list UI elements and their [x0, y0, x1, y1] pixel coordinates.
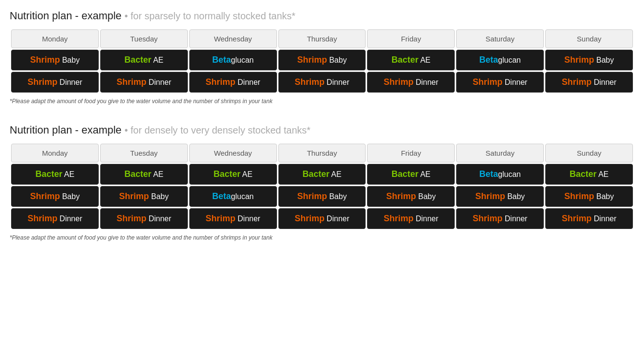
cell-sun-r1: Shrimp Baby [545, 50, 633, 70]
cell-thu-r2: Shrimp Dinner [278, 72, 366, 93]
plan1-subtitle: • for sparsely to normally stocked tanks… [124, 11, 295, 21]
cell-sun-r2: Shrimp Dinner [545, 72, 633, 93]
p2-cell-sat-r1: Betaglucan [456, 164, 544, 185]
plan2-title: Nutrition plan - example • for densely t… [10, 124, 634, 136]
plan1-section: Nutrition plan - example • for sparsely … [10, 10, 634, 105]
p2-cell-mon-r2: Shrimp Baby [11, 186, 99, 207]
p2-cell-thu-r2: Shrimp Baby [278, 186, 366, 207]
cell-mon-r2: Shrimp Dinner [11, 72, 99, 93]
plan2-row2: Shrimp Baby Shrimp Baby Betaglucan Shrim… [11, 186, 633, 207]
header-monday: Monday [11, 29, 99, 48]
p2-cell-tue-r2: Shrimp Baby [100, 186, 188, 207]
p2-cell-sat-r2: Shrimp Baby [456, 186, 544, 207]
p2-cell-wed-r3: Shrimp Dinner [189, 208, 277, 229]
plan2-section: Nutrition plan - example • for densely t… [10, 124, 634, 241]
header-friday: Friday [367, 29, 455, 48]
cell-mon-r1: Shrimp Baby [11, 50, 99, 70]
p2-header-monday: Monday [11, 144, 99, 162]
cell-tue-r1: Bacter AE [100, 50, 188, 70]
bacter-label: Bacter [124, 55, 151, 65]
plan2-row1: Bacter AE Bacter AE Bacter AE Bacter AE … [11, 164, 633, 185]
p2-cell-tue-r1: Bacter AE [100, 164, 188, 185]
p2-cell-fri-r1: Bacter AE [367, 164, 455, 185]
plan1-header-row: Monday Tuesday Wednesday Thursday Friday… [11, 29, 633, 48]
p2-cell-fri-r3: Shrimp Dinner [367, 208, 455, 229]
cell-wed-r2: Shrimp Dinner [189, 72, 277, 93]
p2-cell-thu-r1: Bacter AE [278, 164, 366, 185]
p2-header-saturday: Saturday [456, 144, 544, 162]
p2-cell-tue-r3: Shrimp Dinner [100, 208, 188, 229]
plan1-title: Nutrition plan - example • for sparsely … [10, 10, 634, 22]
cell-tue-r2: Shrimp Dinner [100, 72, 188, 93]
p2-cell-mon-r3: Shrimp Dinner [11, 208, 99, 229]
header-tuesday: Tuesday [100, 29, 188, 48]
plan2-row3: Shrimp Dinner Shrimp Dinner Shrimp Dinne… [11, 208, 633, 229]
cell-thu-r1: Shrimp Baby [278, 50, 366, 70]
p2-cell-sat-r3: Shrimp Dinner [456, 208, 544, 229]
p2-header-thursday: Thursday [278, 144, 366, 162]
cell-fri-r2: Shrimp Dinner [367, 72, 455, 93]
plan2-note: *Please adapt the amount of food you giv… [10, 234, 634, 241]
cell-sat-r1: Betaglucan [456, 50, 544, 70]
plan2-table: Monday Tuesday Wednesday Thursday Friday… [10, 142, 634, 230]
header-sunday: Sunday [545, 29, 633, 48]
header-saturday: Saturday [456, 29, 544, 48]
p2-header-wednesday: Wednesday [189, 144, 277, 162]
header-thursday: Thursday [278, 29, 366, 48]
p2-cell-thu-r3: Shrimp Dinner [278, 208, 366, 229]
p2-cell-wed-r1: Bacter AE [189, 164, 277, 185]
p2-cell-sun-r1: Bacter AE [545, 164, 633, 185]
p2-cell-mon-r1: Bacter AE [11, 164, 99, 185]
plan1-row1: Shrimp Baby Bacter AE Betaglucan Shrimp … [11, 50, 633, 70]
cell-sat-r2: Shrimp Dinner [456, 72, 544, 93]
shrimp-label: Shrimp [30, 55, 60, 65]
p2-header-tuesday: Tuesday [100, 144, 188, 162]
plan2-header-row: Monday Tuesday Wednesday Thursday Friday… [11, 144, 633, 162]
plan1-table: Monday Tuesday Wednesday Thursday Friday… [10, 28, 634, 94]
plan1-row2: Shrimp Dinner Shrimp Dinner Shrimp Dinne… [11, 72, 633, 93]
plan2-subtitle: • for densely to very densely stocked ta… [124, 125, 310, 135]
beta-label: Beta [212, 55, 231, 65]
cell-wed-r1: Betaglucan [189, 50, 277, 70]
p2-header-sunday: Sunday [545, 144, 633, 162]
p2-cell-fri-r2: Shrimp Baby [367, 186, 455, 207]
p2-header-friday: Friday [367, 144, 455, 162]
header-wednesday: Wednesday [189, 29, 277, 48]
p2-cell-wed-r2: Betaglucan [189, 186, 277, 207]
p2-cell-sun-r3: Shrimp Dinner [545, 208, 633, 229]
cell-fri-r1: Bacter AE [367, 50, 455, 70]
plan1-note: *Please adapt the amount of food you giv… [10, 98, 634, 105]
p2-cell-sun-r2: Shrimp Baby [545, 186, 633, 207]
